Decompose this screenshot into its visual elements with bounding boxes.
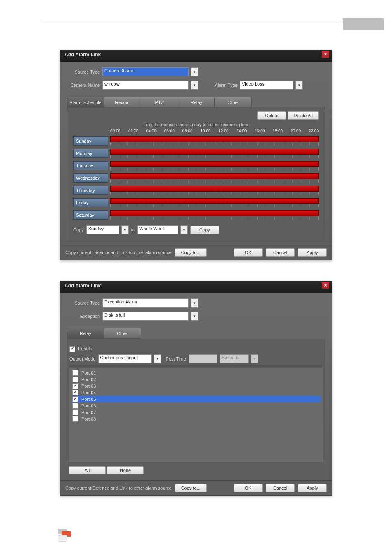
hour-label: 00:00 <box>110 129 120 133</box>
schedule-day-row[interactable]: Wednesday <box>73 173 319 183</box>
day-bar[interactable] <box>110 173 319 179</box>
day-bar[interactable] <box>110 210 319 216</box>
port-checkbox[interactable] <box>72 370 78 376</box>
port-checkbox[interactable] <box>72 416 78 422</box>
day-label: Thursday <box>73 186 108 195</box>
tab-other[interactable]: Other <box>104 328 141 339</box>
apply-button[interactable]: Apply <box>298 484 327 492</box>
hour-label: 10:00 <box>201 129 211 133</box>
copy-to-button[interactable]: Copy to... <box>175 248 207 257</box>
alarm-type-select[interactable]: Video Loss <box>240 81 293 90</box>
port-item[interactable]: Port 07 <box>71 409 321 416</box>
tab-relay[interactable]: Relay <box>178 97 215 108</box>
relay-panel: ✔ Enable Output Mode Continuous Output ▼… <box>67 339 325 476</box>
copy-from-select[interactable]: Sunday <box>86 225 119 234</box>
day-bar[interactable] <box>110 186 319 192</box>
all-button[interactable]: All <box>69 466 106 474</box>
output-mode-label: Output Mode <box>69 356 96 361</box>
port-checkbox[interactable]: ✔ <box>72 390 78 395</box>
port-checkbox[interactable] <box>72 377 78 382</box>
ok-button[interactable]: OK <box>234 484 263 492</box>
close-icon[interactable]: × <box>322 51 329 58</box>
port-item[interactable]: Port 02 <box>71 376 321 383</box>
port-label: Port 04 <box>81 390 96 395</box>
schedule-day-row[interactable]: Friday <box>73 198 319 207</box>
day-bar[interactable] <box>110 136 319 142</box>
schedule-day-row[interactable]: Thursday <box>73 186 319 195</box>
port-label: Port 07 <box>81 410 96 415</box>
source-type-label: Source Type <box>67 301 100 305</box>
delete-button[interactable]: Delete <box>257 111 286 120</box>
port-checkbox[interactable]: ✔ <box>72 383 78 389</box>
chevron-down-icon[interactable]: ▼ <box>191 312 198 321</box>
copy-to-button[interactable]: Copy to... <box>175 484 207 492</box>
schedule-day-row[interactable]: Monday <box>73 149 319 158</box>
hour-label: 14:00 <box>236 129 247 133</box>
schedule-hint: Drag the mouse across a day to select re… <box>73 122 319 127</box>
port-item[interactable]: Port 01 <box>71 370 321 376</box>
day-bar[interactable] <box>110 149 319 155</box>
chevron-down-icon[interactable]: ▼ <box>191 81 198 90</box>
output-mode-select[interactable]: Continuous Output <box>98 354 152 363</box>
add-alarm-link-dialog-relay: Add Alarm Link × Source Type Exception A… <box>60 281 332 496</box>
port-label: Port 03 <box>81 384 96 388</box>
port-item[interactable]: Port 06 <box>71 402 321 409</box>
cancel-button[interactable]: Cancel <box>266 484 295 492</box>
apply-button[interactable]: Apply <box>298 248 327 257</box>
ok-button[interactable]: OK <box>234 248 263 257</box>
close-icon[interactable]: × <box>322 282 329 289</box>
footer-text: Copy current Defence and Link to other a… <box>65 250 172 255</box>
schedule-day-row[interactable]: Tuesday <box>73 161 319 170</box>
enable-checkbox[interactable]: ✔ <box>69 346 75 352</box>
day-label: Sunday <box>73 136 108 146</box>
schedule-day-row[interactable]: Saturday <box>73 210 319 220</box>
port-checkbox[interactable] <box>72 409 78 415</box>
post-time-label: Post Time <box>166 356 186 361</box>
exception-select[interactable]: Disk is full <box>102 312 189 321</box>
chevron-down-icon[interactable]: ▼ <box>191 298 198 308</box>
tab-other[interactable]: Other <box>215 97 252 108</box>
chevron-down-icon[interactable]: ▼ <box>180 225 188 234</box>
port-item[interactable]: Port 08 <box>71 416 321 422</box>
chevron-down-icon[interactable]: ▼ <box>154 354 161 363</box>
day-label: Friday <box>73 198 108 207</box>
port-label: Port 05 <box>81 397 96 402</box>
exception-label: Exception <box>67 314 100 319</box>
none-button[interactable]: None <box>107 466 144 474</box>
port-checkbox[interactable] <box>72 403 78 409</box>
port-list[interactable]: Port 01Port 02✔Port 03✔Port 04✔Port 05Po… <box>69 368 323 462</box>
chevron-down-icon[interactable]: ▼ <box>295 81 303 90</box>
post-time-unit: Seconds <box>220 354 249 363</box>
hour-label: 22:00 <box>309 129 319 133</box>
schedule-day-row[interactable]: Sunday <box>73 136 319 146</box>
chevron-down-icon[interactable]: ▼ <box>121 225 129 234</box>
footer-logo <box>58 529 74 541</box>
tab-relay[interactable]: Relay <box>67 328 104 339</box>
port-item[interactable]: ✔Port 03 <box>71 383 321 389</box>
day-bar[interactable] <box>110 198 319 204</box>
port-label: Port 08 <box>81 416 96 421</box>
source-type-select[interactable]: Camera Alarm <box>102 67 189 76</box>
enable-label: Enable <box>78 346 92 351</box>
tab-record[interactable]: Record <box>104 97 141 108</box>
dialog-titlebar: Add Alarm Link × <box>60 281 332 293</box>
copy-button[interactable]: Copy <box>190 226 219 234</box>
dialog-footer: Copy current Defence and Link to other a… <box>60 480 332 495</box>
source-type-label: Source Type <box>67 69 100 74</box>
tab-alarm-schedule[interactable]: Alarm Schedule <box>67 97 104 108</box>
cancel-button[interactable]: Cancel <box>266 248 295 257</box>
port-checkbox[interactable]: ✔ <box>72 396 78 402</box>
chevron-down-icon[interactable]: ▼ <box>191 67 198 76</box>
camera-name-label: Camera Name <box>67 83 100 88</box>
delete-all-button[interactable]: Delete All <box>288 111 319 120</box>
tab-bar: Alarm Schedule Record PTZ Relay Other <box>67 97 325 108</box>
copy-to-select[interactable]: Whole Week <box>137 225 178 234</box>
day-bar[interactable] <box>110 161 319 167</box>
port-item[interactable]: ✔Port 04 <box>71 389 321 396</box>
camera-name-select[interactable]: window <box>102 81 189 90</box>
source-type-select[interactable]: Exception Alarm <box>102 298 189 308</box>
hour-label: 16:00 <box>254 129 265 133</box>
hour-label: 18:00 <box>272 129 283 133</box>
port-item[interactable]: ✔Port 05 <box>71 396 321 402</box>
tab-ptz[interactable]: PTZ <box>141 97 178 108</box>
